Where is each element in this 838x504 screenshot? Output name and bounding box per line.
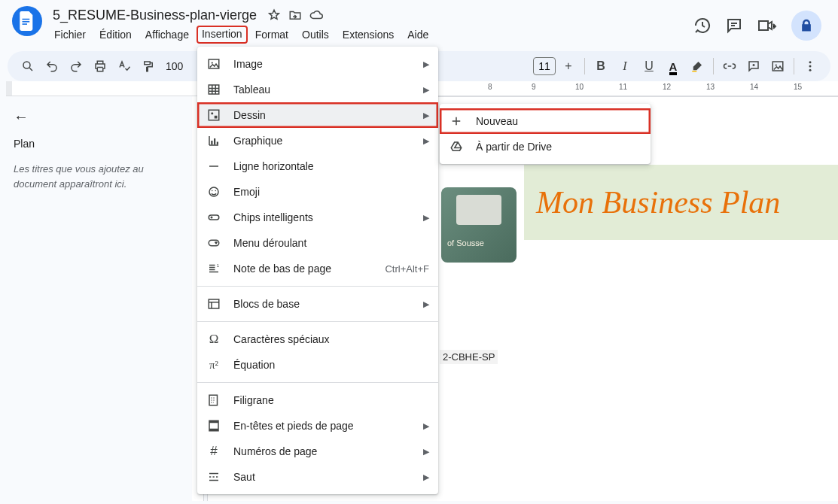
insert-link-icon[interactable] bbox=[718, 55, 741, 77]
menu-item-omega[interactable]: ΩCaractères spéciaux bbox=[197, 326, 438, 352]
menu-item-drawing[interactable]: Dessin▶ bbox=[197, 102, 438, 128]
menu-item-image[interactable]: Image▶ bbox=[197, 51, 438, 77]
svg-point-22 bbox=[211, 217, 213, 219]
menu-format[interactable]: Format bbox=[249, 26, 294, 44]
menu-item-watermark[interactable]: Filigrane bbox=[197, 387, 438, 413]
menu-item-pi[interactable]: π²Équation bbox=[197, 352, 438, 378]
history-icon[interactable] bbox=[693, 17, 712, 35]
ruler-tick: 15 bbox=[794, 83, 802, 91]
comments-icon[interactable] bbox=[725, 17, 743, 35]
text-color-icon[interactable]: A bbox=[662, 55, 684, 77]
svg-point-8 bbox=[809, 69, 812, 71]
menu-insert[interactable]: Insertion bbox=[197, 26, 248, 44]
docs-logo[interactable] bbox=[12, 6, 42, 36]
cloud-icon[interactable] bbox=[309, 8, 323, 22]
chart-icon bbox=[206, 133, 221, 148]
emoji-icon bbox=[206, 184, 221, 199]
image-icon bbox=[206, 56, 221, 71]
svg-point-6 bbox=[809, 61, 812, 63]
menu-file[interactable]: Fichier bbox=[48, 26, 92, 44]
menu-item-pagenum[interactable]: #Numéros de page▶ bbox=[197, 439, 438, 464]
star-icon[interactable] bbox=[267, 8, 281, 22]
svg-point-5 bbox=[776, 64, 777, 65]
chips-icon bbox=[206, 210, 221, 225]
add-comment-icon[interactable] bbox=[742, 55, 765, 77]
break-icon bbox=[206, 469, 221, 484]
menu-help[interactable]: Aide bbox=[401, 26, 434, 44]
zoom-value[interactable]: 100 bbox=[161, 60, 187, 72]
separator bbox=[794, 58, 794, 74]
undo-icon[interactable] bbox=[41, 55, 63, 77]
menu-item-headers[interactable]: En-têtes et pieds de page▶ bbox=[197, 413, 438, 439]
svg-rect-25 bbox=[209, 299, 219, 308]
blocks-icon bbox=[206, 296, 221, 311]
ruler-tick: 8 bbox=[488, 83, 492, 91]
menu-edit[interactable]: Édition bbox=[93, 26, 138, 44]
svg-point-13 bbox=[211, 112, 213, 114]
menu-shortcut: Ctrl+Alt+F bbox=[385, 263, 429, 275]
font-size-input[interactable]: 11 bbox=[533, 57, 556, 75]
meet-icon[interactable] bbox=[757, 17, 778, 35]
svg-rect-17 bbox=[217, 142, 218, 145]
menu-item-chart[interactable]: Graphique▶ bbox=[197, 128, 438, 153]
highlight-icon[interactable] bbox=[686, 55, 708, 77]
svg-rect-29 bbox=[209, 429, 218, 431]
menu-item-footnote[interactable]: 1Note de bas de pageCtrl+Alt+F bbox=[197, 256, 438, 281]
menu-item-label: Caractères spéciaux bbox=[233, 333, 330, 345]
menu-item-blocks[interactable]: Blocs de base▶ bbox=[197, 291, 438, 317]
pi-icon: π² bbox=[206, 357, 221, 372]
ruler-tick: 9 bbox=[532, 83, 536, 91]
menu-item-label: Saut bbox=[233, 471, 255, 483]
menu-item-hr[interactable]: Ligne horizontale bbox=[197, 153, 438, 179]
svg-rect-14 bbox=[215, 116, 218, 119]
chevron-right-icon: ▶ bbox=[423, 85, 429, 95]
bold-icon[interactable]: B bbox=[590, 55, 612, 77]
menu-view[interactable]: Affichage bbox=[139, 26, 195, 44]
insert-image-icon[interactable] bbox=[766, 55, 789, 77]
chevron-right-icon: ▶ bbox=[423, 447, 429, 457]
move-icon[interactable] bbox=[288, 8, 302, 22]
document-name[interactable]: 5_RESUME-Business-plan-vierge bbox=[48, 6, 261, 25]
menu-item-label: Note de bas de page bbox=[233, 263, 331, 275]
chevron-right-icon: ▶ bbox=[423, 136, 429, 146]
menu-item-label: Dessin bbox=[233, 109, 266, 121]
underline-icon[interactable]: U bbox=[638, 55, 660, 77]
menu-item-dropdown[interactable]: Menu déroulant bbox=[197, 230, 438, 256]
menu-item-emoji[interactable]: Emoji bbox=[197, 179, 438, 205]
redo-icon[interactable] bbox=[65, 55, 87, 77]
chevron-right-icon: ▶ bbox=[423, 299, 429, 309]
menu-separator bbox=[197, 321, 438, 322]
menu-extensions[interactable]: Extensions bbox=[337, 26, 400, 44]
chevron-right-icon: ▶ bbox=[423, 59, 429, 69]
svg-text:1: 1 bbox=[217, 263, 220, 268]
ruler-tick: 10 bbox=[575, 83, 584, 91]
svg-rect-0 bbox=[23, 19, 30, 20]
paint-format-icon[interactable] bbox=[137, 55, 160, 77]
menu-bar: Fichier Édition Affichage Insertion Form… bbox=[48, 26, 693, 44]
ruler-tick: 13 bbox=[706, 83, 715, 91]
submenu-item-drive[interactable]: À partir de Drive bbox=[440, 134, 651, 159]
font-size-increase-icon[interactable]: + bbox=[557, 55, 580, 77]
print-icon[interactable] bbox=[89, 55, 111, 77]
menu-item-chips[interactable]: Chips intelligents▶ bbox=[197, 205, 438, 230]
search-icon[interactable] bbox=[17, 55, 39, 77]
outline-panel: ← Plan Les titres que vous ajoutez au do… bbox=[0, 96, 192, 501]
spellcheck-icon[interactable] bbox=[113, 55, 136, 77]
menu-item-table[interactable]: Tableau▶ bbox=[197, 77, 438, 102]
outline-back-icon[interactable]: ← bbox=[14, 108, 29, 126]
svg-rect-2 bbox=[23, 23, 28, 25]
menu-tools[interactable]: Outils bbox=[296, 26, 335, 44]
drawing-submenu: NouveauÀ partir de Drive bbox=[440, 104, 651, 164]
italic-icon[interactable]: I bbox=[614, 55, 636, 77]
ruler-tick: 12 bbox=[663, 83, 671, 91]
insert-menu: Image▶Tableau▶Dessin▶Graphique▶Ligne hor… bbox=[197, 47, 438, 494]
lock-icon[interactable] bbox=[791, 11, 821, 41]
submenu-item-plus[interactable]: Nouveau bbox=[440, 108, 651, 134]
more-icon[interactable] bbox=[799, 55, 821, 77]
menu-item-break[interactable]: Saut▶ bbox=[197, 464, 438, 490]
svg-rect-15 bbox=[211, 141, 212, 144]
watermark-icon bbox=[206, 393, 221, 408]
menu-separator bbox=[197, 286, 438, 287]
table-icon bbox=[206, 82, 221, 97]
menu-item-label: Menu déroulant bbox=[233, 237, 306, 249]
